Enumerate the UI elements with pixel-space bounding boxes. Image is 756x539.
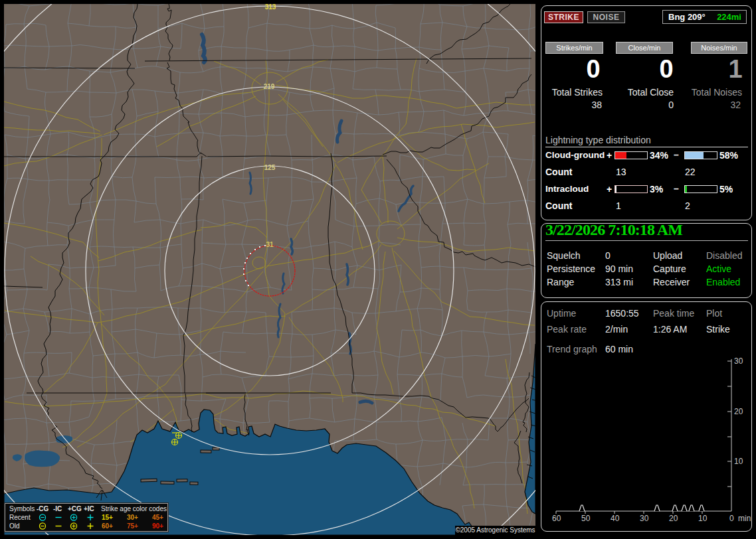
svg-text:40: 40 xyxy=(611,514,620,523)
svg-text:125: 125 xyxy=(264,164,276,171)
svg-text:min: min xyxy=(738,514,751,523)
svg-text:10: 10 xyxy=(734,457,743,466)
svg-text:313: 313 xyxy=(265,4,276,11)
svg-text:20: 20 xyxy=(669,514,678,523)
svg-text:31: 31 xyxy=(266,241,274,248)
svg-text:0: 0 xyxy=(729,514,734,523)
svg-text:50: 50 xyxy=(581,514,591,523)
svg-text:30: 30 xyxy=(734,356,743,366)
svg-text:30: 30 xyxy=(640,514,649,523)
svg-text:10: 10 xyxy=(698,514,708,523)
svg-text:219: 219 xyxy=(264,83,275,90)
svg-text:60: 60 xyxy=(552,514,561,523)
svg-text:20: 20 xyxy=(734,407,743,416)
